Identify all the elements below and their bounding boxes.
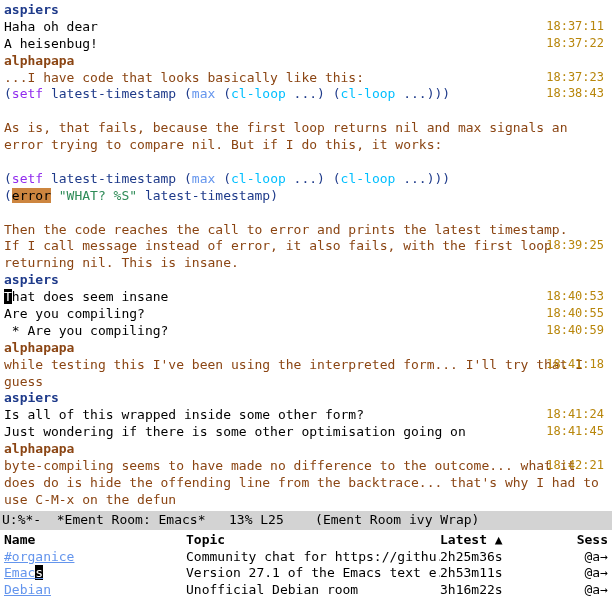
timestamp: 18:37:22 <box>546 36 604 52</box>
room-row[interactable]: DebianUnofficial Debian room3h16m22s@a→ <box>4 582 608 599</box>
room-latest: 2h53m11s <box>440 565 546 582</box>
timestamp: 18:39:25 <box>546 238 604 254</box>
timestamp: 18:41:18 <box>546 357 604 373</box>
text-cursor: T <box>4 289 12 304</box>
chat-line: 18:41:24Is all of this wrapped inside so… <box>4 407 608 424</box>
chat-line: 18:42:21byte-compiling seems to have mad… <box>4 458 608 509</box>
room-latest: 2h25m36s <box>440 549 546 566</box>
room-session: @a→ <box>546 565 608 582</box>
chat-line: 18:37:22A heisenbug! <box>4 36 608 53</box>
chat-line: 18:41:18while testing this I've been usi… <box>4 357 608 391</box>
timestamp: 18:42:21 <box>546 458 604 474</box>
chat-pane: aspiers18:37:11Haha oh dear18:37:22A hei… <box>0 0 612 511</box>
chat-line: 18:40:53That does seem insane <box>4 289 608 306</box>
room-link[interactable]: Debian <box>4 582 51 597</box>
chat-line: 18:38:43(setf latest-timestamp (max (cl-… <box>4 86 608 103</box>
room-topic: Version 27.1 of the Emacs text e... <box>186 565 440 582</box>
timestamp: 18:41:45 <box>546 424 604 440</box>
room-latest: 3h16m22s <box>440 582 546 599</box>
timestamp: 18:40:55 <box>546 306 604 322</box>
room-topic: Community chat for https://githu... <box>186 549 440 566</box>
chat-line: As is, that fails, because the first loo… <box>4 120 608 154</box>
chat-line: Then the code reaches the call to error … <box>4 222 608 239</box>
text-cursor: s <box>35 565 43 580</box>
room-row[interactable]: EmacsVersion 27.1 of the Emacs text e...… <box>4 565 608 582</box>
chat-line: 18:37:11Haha oh dear <box>4 19 608 36</box>
nick: aspiers <box>4 2 59 17</box>
room-link[interactable]: Emacs <box>4 565 43 580</box>
timestamp: 18:37:11 <box>546 19 604 35</box>
room-session: @a→ <box>546 549 608 566</box>
room-link[interactable]: #organice <box>4 549 74 564</box>
nick: aspiers <box>4 272 59 287</box>
timestamp: 18:40:59 <box>546 323 604 339</box>
room-list-pane: NameTopicLatest ▲Sess#organiceCommunity … <box>0 530 612 600</box>
timestamp: 18:40:53 <box>546 289 604 305</box>
nick: alphapapa <box>4 441 74 456</box>
modeline-chat: U:%*- *Ement Room: Emacs* 13% L25 (Ement… <box>0 511 612 530</box>
chat-line: 18:37:23...I have code that looks basica… <box>4 70 608 87</box>
room-session: @a→ <box>546 582 608 599</box>
timestamp: 18:41:24 <box>546 407 604 423</box>
chat-line <box>4 205 608 222</box>
nick: alphapapa <box>4 340 74 355</box>
chat-line <box>4 103 608 120</box>
timestamp: 18:37:23 <box>546 70 604 86</box>
nick: aspiers <box>4 390 59 405</box>
chat-line: (setf latest-timestamp (max (cl-loop ...… <box>4 171 608 188</box>
timestamp: 18:38:43 <box>546 86 604 102</box>
chat-line: 18:40:59 * Are you compiling? <box>4 323 608 340</box>
room-row[interactable]: #organiceCommunity chat for https://gith… <box>4 549 608 566</box>
chat-line <box>4 154 608 171</box>
room-topic: Unofficial Debian room <box>186 582 440 599</box>
chat-line: (error "WHAT? %S" latest-timestamp) <box>4 188 608 205</box>
chat-line: 18:40:55Are you compiling? <box>4 306 608 323</box>
room-list-header: NameTopicLatest ▲Sess <box>4 532 608 549</box>
chat-line: 18:41:45Just wondering if there is some … <box>4 424 608 441</box>
chat-line: 18:39:25If I call message instead of err… <box>4 238 608 272</box>
nick: alphapapa <box>4 53 74 68</box>
